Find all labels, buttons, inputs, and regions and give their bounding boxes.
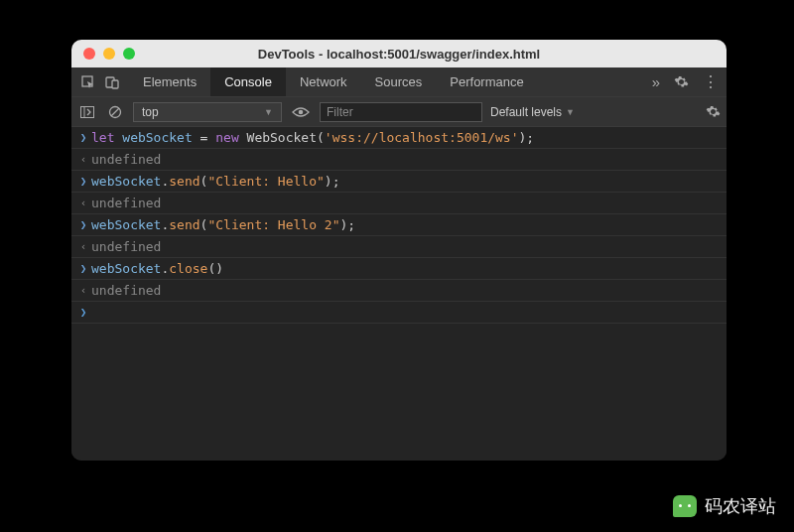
log-levels-select[interactable]: Default levels ▼ [490, 105, 575, 119]
code-line: webSocket.send("Client: Hello 2"); [91, 217, 355, 232]
output-caret-icon: ‹ [75, 239, 91, 253]
console-toolbar: top ▼ Default levels ▼ [71, 97, 727, 127]
input-caret-icon: ❯ [75, 130, 91, 144]
context-label: top [142, 105, 159, 119]
input-caret-icon: ❯ [75, 217, 91, 231]
more-tabs-icon[interactable]: » [652, 73, 660, 90]
code-line: webSocket.send("Client: Hello"); [91, 174, 339, 189]
code-line: undefined [91, 152, 161, 167]
console-prompt-row[interactable]: ❯ [71, 302, 727, 324]
devtools-window: DevTools - localhost:5001/swagger/index.… [71, 40, 727, 461]
watermark-text: 码农译站 [705, 494, 776, 518]
code-line: undefined [91, 196, 161, 210]
inspect-tools [71, 67, 129, 96]
minimize-window-button[interactable] [103, 48, 115, 60]
element-picker-icon[interactable] [81, 75, 95, 89]
settings-gear-icon[interactable] [674, 74, 689, 89]
console-input-row: ❯webSocket.send("Client: Hello"); [71, 171, 727, 193]
console-output-row: ‹undefined [71, 149, 727, 171]
chevron-down-icon: ▼ [264, 107, 273, 117]
console-input-row: ❯let webSocket = new WebSocket('wss://lo… [71, 127, 727, 149]
device-toggle-icon[interactable] [105, 75, 119, 89]
live-expression-icon[interactable] [290, 106, 312, 118]
panel-tabbar: ElementsConsoleNetworkSourcesPerformance… [71, 67, 727, 97]
tab-sources[interactable]: Sources [361, 67, 437, 96]
input-caret-icon: ❯ [75, 261, 91, 275]
code-line: let webSocket = new WebSocket('wss://loc… [91, 130, 534, 145]
console-output-row: ‹undefined [71, 280, 727, 302]
svg-rect-2 [112, 80, 118, 88]
watermark: 码农译站 [673, 494, 776, 518]
output-caret-icon: ‹ [75, 283, 91, 297]
svg-line-6 [111, 108, 119, 116]
chevron-down-icon: ▼ [566, 107, 575, 117]
console-output[interactable]: ❯let webSocket = new WebSocket('wss://lo… [71, 127, 727, 461]
window-titlebar: DevTools - localhost:5001/swagger/index.… [71, 40, 727, 67]
console-settings-gear-icon[interactable] [706, 104, 721, 119]
console-output-row: ‹undefined [71, 236, 727, 258]
console-input-row: ❯webSocket.send("Client: Hello 2"); [71, 214, 727, 236]
maximize-window-button[interactable] [123, 48, 135, 60]
svg-rect-3 [81, 106, 94, 117]
code-line: undefined [91, 239, 161, 254]
execution-context-select[interactable]: top ▼ [133, 102, 282, 122]
wechat-icon [673, 495, 697, 517]
input-caret-icon: ❯ [75, 174, 91, 188]
tab-network[interactable]: Network [286, 67, 361, 96]
output-caret-icon: ‹ [75, 196, 91, 209]
traffic-lights [83, 48, 135, 60]
window-title: DevTools - localhost:5001/swagger/index.… [71, 47, 727, 62]
svg-point-7 [299, 109, 304, 114]
code-line: undefined [91, 283, 161, 298]
console-input-row: ❯webSocket.close() [71, 258, 727, 280]
console-output-row: ‹undefined [71, 193, 727, 214]
tab-console[interactable]: Console [210, 67, 286, 96]
filter-input[interactable] [320, 102, 482, 122]
tab-performance[interactable]: Performance [436, 67, 537, 96]
clear-console-icon[interactable] [105, 102, 125, 122]
output-caret-icon: ‹ [75, 152, 91, 166]
close-window-button[interactable] [83, 48, 95, 60]
code-line: webSocket.close() [91, 261, 223, 276]
toggle-sidebar-icon[interactable] [77, 102, 97, 122]
tab-elements[interactable]: Elements [129, 67, 210, 96]
prompt-caret-icon: ❯ [75, 305, 91, 319]
